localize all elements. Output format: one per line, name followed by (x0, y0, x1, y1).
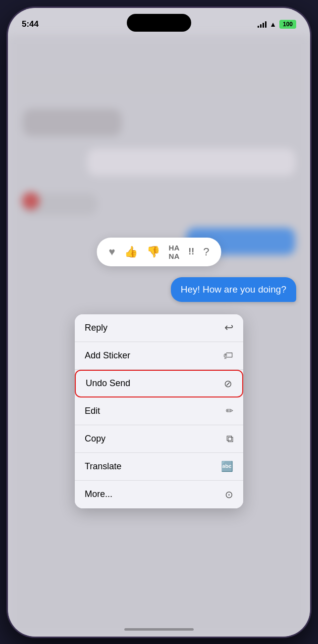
reaction-thumbsup[interactable]: 👍 (124, 246, 138, 258)
menu-item-copy[interactable]: Copy ⧉ (75, 425, 243, 453)
reaction-bar: ♥ 👍 👎 HANA !! ? (97, 238, 221, 266)
menu-item-add-sticker[interactable]: Add Sticker 🏷 (75, 342, 243, 370)
add-sticker-icon: 🏷 (223, 350, 233, 361)
screen: 5:44 ▲ 100 (8, 8, 310, 637)
reaction-question[interactable]: ? (203, 246, 209, 258)
menu-item-reply[interactable]: Reply ↩ (75, 314, 243, 342)
menu-item-edit[interactable]: Edit ✏ (75, 397, 243, 425)
battery-indicator: 100 (279, 20, 296, 29)
menu-item-edit-label: Edit (85, 406, 100, 416)
reaction-heart[interactable]: ♥ (109, 246, 115, 258)
status-time: 5:44 (22, 19, 39, 29)
home-indicator (124, 628, 194, 631)
menu-item-more[interactable]: More... ⊙ (75, 481, 243, 508)
reaction-haha[interactable]: HANA (169, 244, 180, 260)
translate-icon: 🔤 (221, 460, 233, 472)
reply-icon: ↩ (224, 321, 233, 334)
more-icon: ⊙ (225, 489, 233, 500)
context-menu: Reply ↩ Add Sticker 🏷 Undo Send ⊘ Edit ✏… (75, 314, 243, 508)
overlay: ♥ 👍 👎 HANA !! ? Hey! How are you doing? … (8, 35, 310, 637)
signal-icon (258, 21, 266, 28)
edit-icon: ✏ (226, 405, 233, 416)
undo-send-icon: ⊘ (224, 378, 232, 390)
message-text: Hey! How are you doing? (181, 284, 286, 295)
phone-frame: 5:44 ▲ 100 (8, 8, 310, 637)
status-right: ▲ 100 (258, 20, 296, 29)
menu-item-copy-label: Copy (85, 434, 106, 444)
menu-item-more-label: More... (85, 489, 112, 499)
menu-item-undo-send[interactable]: Undo Send ⊘ (75, 370, 243, 397)
menu-item-undo-send-label: Undo Send (86, 378, 130, 389)
reaction-exclaim[interactable]: !! (188, 247, 194, 257)
menu-item-reply-label: Reply (85, 323, 107, 333)
menu-item-translate-label: Translate (85, 461, 121, 472)
copy-icon: ⧉ (226, 433, 233, 445)
wifi-icon: ▲ (269, 20, 276, 28)
dynamic-island (127, 14, 191, 32)
menu-item-translate[interactable]: Translate 🔤 (75, 453, 243, 481)
menu-item-add-sticker-label: Add Sticker (85, 350, 130, 361)
message-bubble: Hey! How are you doing? (171, 277, 296, 302)
reaction-thumbsdown[interactable]: 👎 (147, 246, 160, 258)
